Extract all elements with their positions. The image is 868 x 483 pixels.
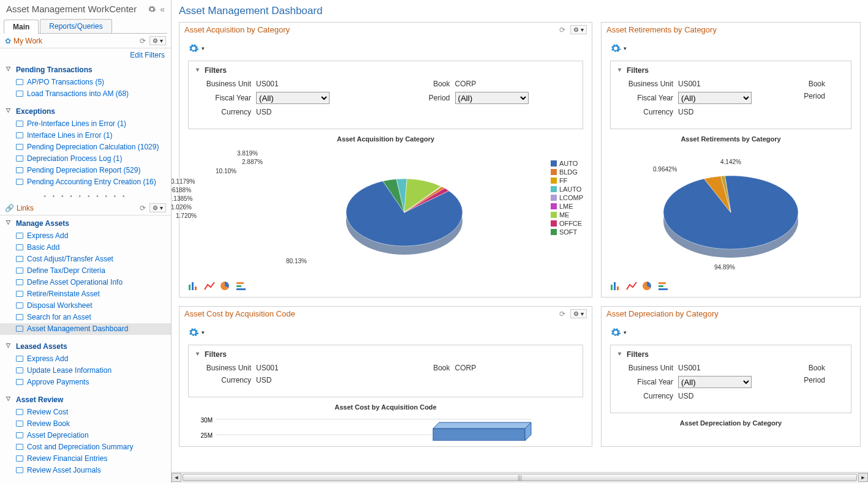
group-asset-review[interactable]: Asset Review: [0, 392, 171, 406]
refresh-icon[interactable]: ⟳: [140, 37, 146, 45]
sidebar-link[interactable]: Pending Depreciation Calculation (1029): [27, 143, 159, 151]
sidebar-link[interactable]: Review Cost: [27, 408, 68, 416]
sidebar-link[interactable]: AP/PO Transactions (5): [27, 78, 104, 86]
line-chart-icon[interactable]: [204, 281, 215, 291]
tab-main[interactable]: Main: [4, 20, 39, 34]
edit-filters-link[interactable]: Edit Filters: [130, 51, 165, 59]
list-item[interactable]: Pending Accounting Entry Creation (16): [0, 176, 171, 188]
refresh-icon[interactable]: ⟳: [140, 204, 146, 212]
list-item[interactable]: Search for an Asset: [0, 312, 171, 323]
group-manage-assets[interactable]: Manage Assets: [0, 215, 171, 230]
sidebar-link[interactable]: Search for an Asset: [27, 313, 91, 321]
list-item[interactable]: Interface Lines in Error (1): [0, 130, 171, 141]
gear-icon[interactable]: [148, 5, 156, 13]
list-item[interactable]: Asset Depreciation: [0, 430, 171, 441]
filters-heading[interactable]: Filters: [618, 350, 843, 359]
gear-dropdown[interactable]: ⚙ ▾: [149, 203, 166, 212]
gear-dropdown[interactable]: ⚙ ▾: [570, 25, 587, 34]
list-item[interactable]: Define Asset Operational Info: [0, 277, 171, 288]
list-item[interactable]: Express Add: [0, 230, 171, 242]
hbar-chart-icon[interactable]: [658, 281, 669, 291]
group-pending-transactions[interactable]: Pending Transactions: [0, 62, 171, 77]
sidebar-link[interactable]: Review Financial Entries: [27, 454, 107, 463]
panel-settings-icon[interactable]: ▾: [188, 43, 205, 54]
list-item[interactable]: Review Asset Journals: [0, 465, 171, 476]
list-item[interactable]: AP/PO Transactions (5): [0, 77, 171, 88]
group-exceptions[interactable]: Exceptions: [0, 103, 171, 118]
sidebar-link[interactable]: Retire/Reinstate Asset: [27, 290, 100, 298]
pie-chart-icon[interactable]: [642, 281, 653, 291]
sidebar-link[interactable]: Update Lease Information: [27, 366, 111, 375]
sidebar-link[interactable]: Cost and Depreciation Summary: [27, 443, 133, 451]
sidebar-link[interactable]: Review Asset Journals: [27, 466, 101, 474]
pie-chart-icon[interactable]: [220, 281, 231, 291]
list-item[interactable]: Review Financial Entries: [0, 453, 171, 465]
list-item[interactable]: Basic Add: [0, 242, 171, 253]
sidebar-link[interactable]: Pending Depreciation Report (529): [27, 166, 140, 174]
list-item[interactable]: Depreciation Process Log (1): [0, 153, 171, 165]
list-item[interactable]: Approve Payments: [0, 376, 171, 388]
refresh-icon[interactable]: ⟳: [559, 310, 565, 318]
collapse-sidebar-icon[interactable]: «: [160, 4, 165, 14]
bar-chart-icon[interactable]: [610, 281, 621, 291]
pie-slice-label: 3.819%: [237, 150, 258, 157]
panel-settings-icon[interactable]: ▾: [610, 43, 627, 54]
list-item[interactable]: Pending Depreciation Calculation (1029): [0, 141, 171, 153]
list-item[interactable]: Update Lease Information: [0, 365, 171, 376]
list-item[interactable]: Express Add: [0, 353, 171, 365]
fiscal-year-select[interactable]: (All): [678, 376, 752, 388]
period-select[interactable]: (All): [455, 92, 529, 104]
pie-slice-label: 94.89%: [714, 264, 735, 271]
scroll-right-icon[interactable]: ►: [858, 473, 868, 482]
list-item[interactable]: Disposal Worksheet: [0, 300, 171, 312]
filters-heading[interactable]: Filters: [196, 66, 575, 75]
sidebar-link[interactable]: Express Add: [27, 231, 68, 240]
refresh-icon[interactable]: ⟳: [559, 26, 565, 34]
gear-dropdown[interactable]: ⚙ ▾: [149, 36, 166, 45]
list-item[interactable]: Pending Depreciation Report (529): [0, 165, 171, 176]
sidebar-link[interactable]: Define Tax/Depr Criteria: [27, 266, 105, 275]
sidebar-link[interactable]: Basic Add: [27, 243, 59, 252]
hbar-chart-icon[interactable]: [236, 281, 247, 291]
sidebar-link[interactable]: Depreciation Process Log (1): [27, 154, 122, 163]
list-item[interactable]: Cost Adjust/Transfer Asset: [0, 253, 171, 265]
sidebar-link[interactable]: Cost Adjust/Transfer Asset: [27, 255, 113, 263]
group-leased-assets[interactable]: Leased Assets: [0, 339, 171, 353]
sidebar-link[interactable]: Review Book: [27, 419, 70, 428]
bu-label: Business Unit: [196, 80, 251, 88]
list-item[interactable]: Cost and Depreciation Summary: [0, 441, 171, 453]
fiscal-year-select[interactable]: (All): [256, 92, 330, 104]
line-chart-icon[interactable]: [626, 281, 637, 291]
tab-reports-queries[interactable]: Reports/Queries: [40, 19, 111, 33]
sidebar-link[interactable]: Express Add: [27, 354, 68, 363]
horizontal-scrollbar[interactable]: ◄ ||| ►: [172, 472, 868, 483]
list-item[interactable]: Retire/Reinstate Asset: [0, 288, 171, 300]
list-item[interactable]: Asset Management Dashboard: [0, 323, 171, 335]
sidebar-link[interactable]: Disposal Worksheet: [27, 301, 92, 310]
scroll-left-icon[interactable]: ◄: [172, 473, 181, 482]
sidebar-link[interactable]: Define Asset Operational Info: [27, 278, 123, 286]
sidebar-link[interactable]: Pre-Interface Lines in Error (1): [27, 119, 126, 128]
list-item[interactable]: Load Transactions into AM (68): [0, 88, 171, 100]
gear-dropdown[interactable]: ⚙ ▾: [570, 309, 587, 318]
panel-settings-icon[interactable]: ▾: [610, 327, 627, 338]
scrollbar-thumb[interactable]: |||: [183, 474, 857, 481]
sidebar-link[interactable]: Interface Lines in Error (1): [27, 131, 112, 140]
filters-heading[interactable]: Filters: [196, 350, 575, 359]
bar-chart-icon[interactable]: [188, 281, 199, 291]
legend-item: BLDG: [551, 168, 583, 176]
list-item[interactable]: Review Book: [0, 418, 171, 430]
sidebar-link[interactable]: Asset Depreciation: [27, 431, 89, 440]
svg-marker-20: [433, 422, 531, 429]
bu-label: Business Unit: [618, 364, 673, 372]
sidebar-link[interactable]: Pending Accounting Entry Creation (16): [27, 178, 156, 186]
sidebar-link[interactable]: Approve Payments: [27, 378, 89, 386]
filters-heading[interactable]: Filters: [618, 66, 843, 75]
list-item[interactable]: Pre-Interface Lines in Error (1): [0, 118, 171, 130]
panel-settings-icon[interactable]: ▾: [188, 327, 205, 338]
sidebar-link[interactable]: Load Transactions into AM (68): [27, 89, 129, 98]
list-item[interactable]: Review Cost: [0, 406, 171, 418]
list-item[interactable]: Define Tax/Depr Criteria: [0, 265, 171, 277]
fiscal-year-select[interactable]: (All): [678, 92, 752, 104]
sidebar-link[interactable]: Asset Management Dashboard: [27, 324, 128, 333]
